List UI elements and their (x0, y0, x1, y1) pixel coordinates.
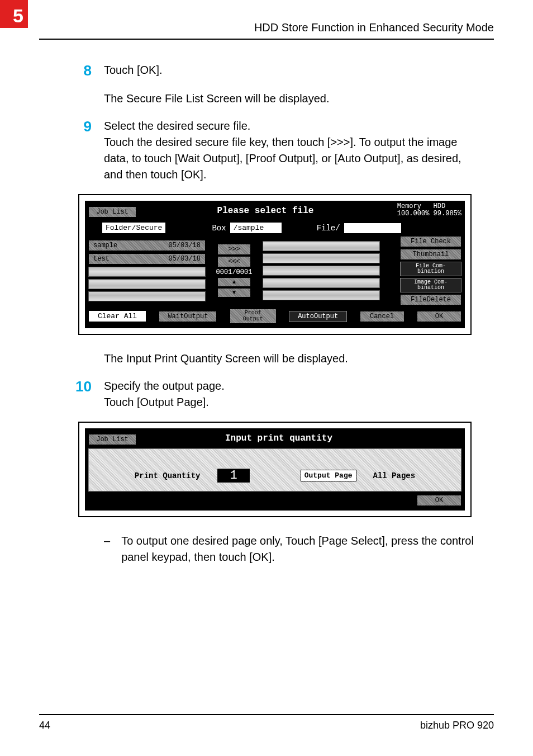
box-label: Box (212, 224, 226, 233)
file-combination-button[interactable]: File Com- bination (400, 262, 461, 276)
target-slot (263, 290, 380, 300)
target-slot (263, 241, 380, 251)
print-quantity-label: Print Quantity (135, 471, 201, 480)
step-text: Select the desired secure file. Touch th… (104, 118, 483, 183)
ok-button[interactable]: OK (417, 311, 461, 322)
nav-prev-button[interactable]: <<< (217, 256, 251, 267)
output-page-button[interactable]: Output Page (301, 470, 356, 481)
cancel-button[interactable]: Cancel (360, 311, 404, 322)
file-row-empty (88, 267, 206, 277)
ok-button[interactable]: OK (417, 495, 461, 506)
step-text: Specify the output page. Touch [Output P… (104, 378, 225, 410)
file-label: File/ (317, 224, 340, 233)
proof-output-button[interactable]: Proof Output (230, 309, 277, 324)
screenshot-select-file: Memory HDD 100.000% 99.985% Job List Ple… (78, 194, 472, 335)
scroll-down-button[interactable]: ▼ (217, 288, 251, 297)
step-text: Touch [OK]. (104, 62, 163, 78)
running-head: HDD Store Function in Enhanced Security … (39, 21, 494, 40)
image-combination-button[interactable]: Image Com- bination (400, 278, 461, 292)
screenshot-input-print-quantity: Job List Input print quantity Print Quan… (78, 422, 472, 517)
job-list-tab[interactable]: Job List (88, 206, 136, 218)
step-number: 9 (73, 118, 92, 135)
all-pages-label: All Pages (373, 471, 416, 480)
file-check-button[interactable]: File Check (400, 236, 461, 247)
file-row-empty (88, 279, 206, 289)
file-field (344, 223, 402, 234)
step-text-line2: Touch [Output Page]. (104, 396, 209, 408)
clear-all-button[interactable]: Clear All (88, 310, 146, 322)
box-value: /sample (230, 222, 282, 234)
folder-secure-label: Folder/Secure (102, 222, 166, 234)
scroll-up-button[interactable]: ▲ (217, 277, 251, 287)
step-number: 10 (73, 378, 92, 395)
bullet-dash: – (104, 533, 110, 565)
step-number: 8 (73, 62, 92, 79)
file-delete-button[interactable]: FileDelete (400, 294, 461, 305)
step-text-line2: Touch the desired secure file key, then … (104, 136, 461, 181)
file-row-sample[interactable]: sample05/03/18 (88, 240, 206, 251)
step-text-line1: Specify the output page. (104, 380, 225, 392)
target-slot (263, 253, 380, 263)
wait-output-button[interactable]: WaitOutput (159, 311, 217, 322)
nav-next-button[interactable]: >>> (217, 244, 251, 255)
page-number: 44 (39, 720, 50, 731)
page-counter: 0001/0001 (216, 268, 253, 276)
target-slot (263, 266, 380, 276)
job-list-tab[interactable]: Job List (88, 434, 136, 445)
auto-output-button[interactable]: AutoOutput (289, 311, 347, 322)
bullet-text: To output one desired page only, Touch [… (121, 533, 483, 565)
print-quantity-value: 1 (217, 468, 250, 483)
file-row-empty (88, 291, 206, 301)
file-row-test[interactable]: test05/03/18 (88, 253, 206, 264)
memory-hdd-readout: Memory HDD 100.000% 99.985% (397, 203, 461, 218)
thumbnail-button[interactable]: Thumbnail (400, 249, 461, 260)
chapter-number-badge: 5 (0, 0, 28, 28)
lcd-title: Input print quantity (140, 433, 418, 443)
step-paragraph: The Secure File List Screen will be disp… (104, 91, 483, 107)
product-name: bizhub PRO 920 (420, 720, 494, 731)
lcd-title: Please select file (140, 206, 391, 216)
step-text-line1: Select the desired secure file. (104, 120, 250, 132)
target-slot (263, 278, 380, 288)
step-paragraph: The Input Print Quantity Screen will be … (104, 351, 483, 367)
